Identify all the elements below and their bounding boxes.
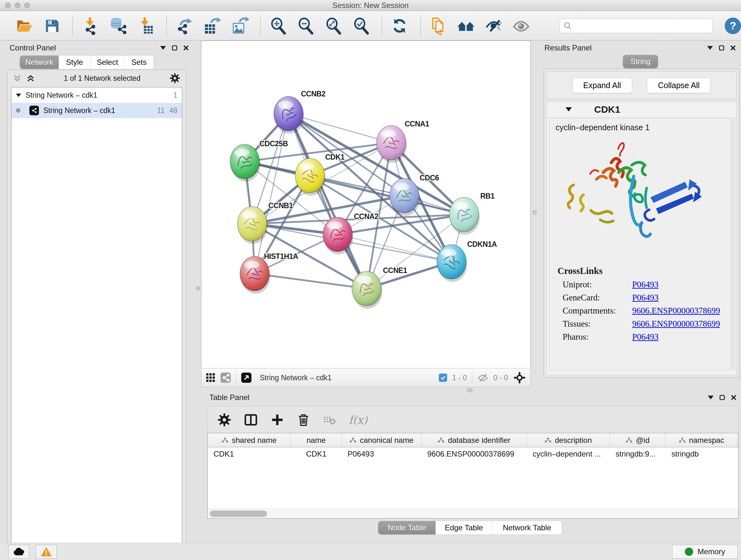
save-session-button[interactable] (43, 16, 62, 36)
column-header-canonical-name[interactable]: canonical name (342, 433, 421, 447)
open-session-button[interactable] (15, 16, 34, 36)
panel-float-icon[interactable] (719, 395, 725, 400)
tree-expand-icon[interactable] (16, 94, 21, 97)
birdseye-view-icon[interactable] (241, 373, 252, 383)
splitter-handle-bottom[interactable] (467, 388, 473, 392)
tab-sets[interactable]: Sets (125, 56, 154, 69)
network-row-selected[interactable]: String Network – cdk1 11 48 (11, 103, 182, 118)
collapse-all-button[interactable]: Collapse All (647, 78, 711, 93)
zoom-fit-button[interactable] (324, 16, 343, 36)
network-node-HIST1H1A[interactable] (240, 256, 270, 294)
memory-status-button[interactable]: Memory (672, 545, 738, 559)
expand-all-chevron-icon[interactable] (26, 74, 35, 82)
column-header-database-identifier[interactable]: database identifier (421, 433, 527, 447)
table-cell[interactable]: stringdb (666, 447, 738, 461)
column-header-namespac[interactable]: namespac (666, 433, 738, 447)
column-header-shared-name[interactable]: shared name (208, 433, 291, 447)
table-cell[interactable]: P06493 (342, 447, 421, 461)
crosslink-link[interactable]: 9606.ENSP00000378699 (632, 319, 720, 329)
zoom-selected-button[interactable] (351, 16, 371, 36)
tab-string-results[interactable]: String (623, 55, 658, 68)
cloud-status-button[interactable] (8, 545, 29, 559)
window-zoom-button[interactable] (24, 3, 30, 8)
crosslink-link[interactable]: 9606.ENSP00000378699 (632, 306, 720, 316)
panel-close-icon[interactable] (183, 45, 189, 51)
splitter-handle-left[interactable] (196, 286, 200, 291)
panel-menu-icon[interactable] (708, 395, 714, 399)
import-network-database-button[interactable] (109, 16, 128, 36)
network-node-CCNB2[interactable] (274, 97, 304, 134)
warnings-button[interactable] (36, 545, 57, 559)
help-button[interactable]: ? (725, 17, 741, 34)
show-columns-icon[interactable] (244, 413, 258, 427)
export-table-button[interactable] (202, 16, 222, 36)
results-scrollbar[interactable] (731, 118, 736, 370)
crosslink-link[interactable]: P06493 (632, 293, 659, 303)
network-node-CDC25B[interactable] (230, 144, 260, 182)
tab-network[interactable]: Network (20, 56, 59, 69)
network-node-CCNA1[interactable] (377, 125, 407, 163)
column-header-name[interactable]: name (291, 433, 342, 447)
crosslink-link[interactable]: P06493 (632, 280, 659, 290)
panel-menu-icon[interactable] (707, 46, 713, 50)
import-table-button[interactable] (136, 16, 156, 36)
refresh-button[interactable] (390, 16, 409, 36)
crosslink-link[interactable]: P06493 (632, 332, 659, 342)
panel-float-icon[interactable] (719, 45, 724, 51)
delete-column-trash-icon[interactable] (296, 413, 311, 427)
collapse-protein-icon[interactable] (565, 107, 572, 111)
import-network-file-button[interactable] (81, 16, 100, 36)
table-row[interactable]: CDK1CDK1P064939606.ENSP00000378699cyclin… (208, 447, 738, 461)
add-column-icon[interactable] (270, 413, 284, 427)
tab-edge-table[interactable]: Edge Table (435, 521, 492, 535)
panel-close-icon[interactable] (730, 45, 736, 51)
search-input[interactable] (572, 22, 709, 30)
scrollbar-thumb[interactable] (210, 510, 267, 517)
network-node-CCNB1[interactable] (238, 206, 268, 244)
network-canvas[interactable]: CCNB2CCNA1CDC25BCDK1CDC6RB1CCNB1CCNA2CDK… (201, 41, 531, 368)
collapse-all-chevron-icon[interactable] (13, 74, 21, 82)
table-horizontal-scrollbar[interactable] (208, 509, 738, 518)
panel-float-icon[interactable] (172, 45, 178, 51)
hide-glass-button[interactable] (484, 16, 503, 36)
network-collection-row[interactable]: String Network – cdk1 1 (11, 87, 182, 103)
zoom-in-button[interactable] (268, 16, 288, 36)
network-edge-HIST1H1A-CCNE1[interactable] (255, 273, 367, 289)
tab-select[interactable]: Select (91, 56, 125, 69)
export-network-button[interactable] (175, 16, 194, 36)
string-home-button[interactable] (456, 16, 475, 36)
panel-menu-icon[interactable] (160, 46, 166, 50)
table-cell[interactable]: CDK1 (291, 447, 342, 461)
pan-crosshair-icon[interactable] (513, 371, 526, 384)
network-graph[interactable]: CCNB2CCNA1CDC25BCDK1CDC6RB1CCNB1CCNA2CDK… (201, 41, 531, 368)
tab-node-table[interactable]: Node Table (378, 521, 435, 535)
network-edge-CCNB2-HIST1H1A[interactable] (255, 114, 288, 273)
network-node-CCNE1[interactable] (352, 271, 382, 309)
expand-all-button[interactable]: Expand All (572, 78, 632, 93)
network-badge-grey-icon[interactable] (220, 373, 231, 383)
selected-nodes-checkbox[interactable] (439, 374, 447, 382)
column-header-description[interactable]: description (527, 433, 610, 447)
network-node-CDKN1A[interactable] (437, 245, 467, 282)
network-options-gear-icon[interactable] (170, 73, 180, 84)
tab-style[interactable]: Style (59, 56, 91, 69)
table-cell[interactable]: stringdb:9... (610, 447, 666, 461)
tab-network-table[interactable]: Network Table (492, 521, 562, 535)
zoom-out-button[interactable] (296, 16, 316, 36)
column-header--id[interactable]: @id (610, 433, 666, 447)
table-options-gear-icon[interactable] (217, 413, 231, 427)
hidden-eye-icon[interactable] (477, 373, 488, 382)
splitter-handle-right[interactable] (532, 210, 537, 214)
table-cell[interactable]: CDK1 (208, 447, 291, 461)
show-glass-button[interactable] (512, 16, 531, 36)
network-node-CCNA2[interactable] (323, 217, 353, 254)
panel-close-icon[interactable] (731, 395, 737, 400)
network-edge-CCNB2-CCNE1[interactable] (288, 114, 367, 289)
table-cell[interactable]: 9606.ENSP00000378699 (421, 447, 527, 461)
window-minimize-button[interactable] (15, 3, 20, 8)
export-image-button[interactable] (230, 16, 250, 36)
window-close-button[interactable] (5, 3, 11, 8)
network-node-RB1[interactable] (449, 197, 480, 235)
table-cell[interactable]: cyclin–dependent ... (527, 447, 610, 461)
grid-view-icon[interactable] (206, 373, 215, 382)
